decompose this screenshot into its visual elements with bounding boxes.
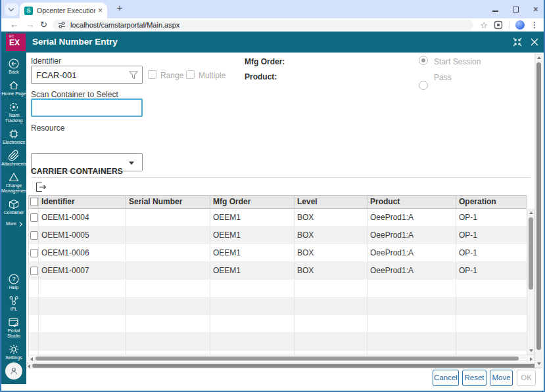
scan-container-input[interactable] <box>31 98 143 117</box>
pass-radio[interactable] <box>419 81 428 90</box>
sidebar-item-home-page[interactable]: Home Page <box>1 77 26 98</box>
sidebar-item-change-management[interactable]: Change Managemen <box>1 169 26 196</box>
move-out-icon[interactable] <box>34 181 48 193</box>
collapse-window-icon[interactable] <box>512 37 523 47</box>
column-header-mfg-order[interactable]: Mfg Order <box>210 196 295 208</box>
row-checkbox[interactable] <box>30 249 38 257</box>
panel-vertical-scrollbar-thumb[interactable] <box>536 62 541 350</box>
scroll-left-icon[interactable] <box>30 357 33 361</box>
scroll-up-icon[interactable] <box>529 211 533 214</box>
ok-button[interactable]: OK <box>517 370 536 386</box>
person-icon <box>9 366 19 376</box>
browser-profile-avatar[interactable] <box>515 20 525 30</box>
reset-button[interactable]: Reset <box>462 370 486 386</box>
window-minimize-button[interactable] <box>492 11 498 11</box>
tab-search-button[interactable] <box>5 3 18 16</box>
multiple-checkbox[interactable] <box>186 70 195 79</box>
start-session-radio[interactable] <box>419 56 428 65</box>
site-settings-icon[interactable] <box>58 21 66 29</box>
change-management-delta-icon <box>8 171 20 183</box>
opcenter-ex-logo: EC EX <box>6 33 26 51</box>
chevron-right-icon <box>18 221 22 226</box>
column-header-identifier[interactable]: Identifier <box>39 196 126 208</box>
browser-menu-icon[interactable]: ⋮ <box>531 20 538 30</box>
panel-horizontal-scrollbar[interactable] <box>26 362 543 369</box>
sidebar-item-help[interactable]: ? Help <box>1 271 26 292</box>
svg-text:?: ? <box>12 276 15 282</box>
user-avatar-button[interactable] <box>5 362 22 380</box>
product-label: Product: <box>245 72 277 81</box>
table-row[interactable]: OEEM1-0004 OEEM1 BOX OeeProd1:A OP-1 <box>29 209 527 227</box>
bookmark-star-icon[interactable]: ☆ <box>480 20 488 30</box>
panel-vertical-scrollbar[interactable] <box>534 54 542 368</box>
column-header-level[interactable]: Level <box>295 196 367 208</box>
range-label: Range <box>160 71 183 80</box>
main-panel: Identifier Range Multiple Mfg Order: Pro… <box>26 53 544 391</box>
browser-toolbar: ← → ↻ localhost/camstarportal/Main.aspx … <box>1 18 544 32</box>
table-vertical-scrollbar-thumb[interactable] <box>529 217 533 290</box>
row-checkbox[interactable] <box>30 213 38 222</box>
tab-close-icon[interactable]: × <box>98 7 103 14</box>
ipl-icon <box>8 295 20 307</box>
move-button[interactable]: Move <box>490 370 513 386</box>
browser-tab[interactable]: S Opcenter Execution × <box>20 3 107 18</box>
window-maximize-button[interactable] <box>513 7 519 12</box>
table-row-empty <box>29 333 527 351</box>
app-header: EC EX Serial Number Entry <box>1 32 544 53</box>
sidebar-item-portal-studio[interactable]: Portal Studio <box>1 314 26 341</box>
sidebar: Back Home Page Team Tracking Electronics… <box>1 53 26 384</box>
table-horizontal-scrollbar-thumb[interactable] <box>36 357 519 360</box>
column-header-serial-number[interactable]: Serial Number <box>126 196 210 208</box>
row-checkbox[interactable] <box>30 267 38 275</box>
table-row[interactable]: OEEM1-0007 OEEM1 BOX OeeProd1:A OP-1 <box>29 262 527 280</box>
sidebar-item-settings[interactable]: Settings <box>1 341 26 362</box>
column-header-operation[interactable]: Operation <box>456 196 527 208</box>
back-icon <box>8 58 20 70</box>
scroll-down-icon[interactable] <box>529 349 533 352</box>
portal-studio-icon <box>8 316 20 328</box>
table-vertical-scrollbar[interactable] <box>527 209 534 355</box>
table-header-row: Identifier Serial Number Mfg Order Level… <box>28 195 527 209</box>
help-icon: ? <box>8 273 20 285</box>
sidebar-item-back[interactable]: Back <box>1 55 26 77</box>
sidebar-item-more[interactable]: More <box>6 217 22 230</box>
sidebar-item-attachments[interactable]: Attachments <box>1 147 26 169</box>
filter-funnel-icon[interactable] <box>128 70 139 80</box>
scan-container-label: Scan Container to Select <box>31 90 118 99</box>
identifier-label: Identifier <box>31 56 61 66</box>
select-all-checkbox[interactable] <box>30 198 38 206</box>
tab-groups-icon[interactable] <box>494 20 503 30</box>
carrier-containers-title: CARRIER CONTAINERS <box>31 167 123 176</box>
address-bar[interactable]: localhost/camstarportal/Main.aspx <box>53 20 473 30</box>
row-checkbox[interactable] <box>30 231 38 240</box>
scroll-right-icon[interactable] <box>530 357 533 361</box>
panel-horizontal-scrollbar-thumb[interactable] <box>32 364 537 368</box>
table-body: OEEM1-0004 OEEM1 BOX OeeProd1:A OP-1 OEE… <box>28 209 527 355</box>
toolbar-divider <box>509 21 509 29</box>
window-close-button[interactable]: × <box>533 5 538 14</box>
sidebar-item-electronics[interactable]: Electronics <box>1 125 26 147</box>
section-divider <box>31 177 531 178</box>
table-row[interactable]: OEEM1-0006 OEEM1 BOX OeeProd1:A OP-1 <box>29 244 527 262</box>
close-icon[interactable] <box>529 37 540 47</box>
scroll-down-icon[interactable] <box>537 362 541 365</box>
team-tracking-icon <box>8 101 20 113</box>
table-horizontal-scrollbar[interactable] <box>28 355 534 361</box>
sidebar-item-container[interactable]: Container <box>1 196 26 217</box>
browser-reload-button[interactable]: ↻ <box>40 18 47 32</box>
browser-forward-button[interactable]: → <box>26 18 34 32</box>
browser-back-button[interactable]: ← <box>10 18 18 32</box>
cancel-button[interactable]: Cancel <box>433 370 459 386</box>
sidebar-item-team-tracking[interactable]: Team Tracking <box>1 98 26 125</box>
range-checkbox[interactable] <box>148 70 156 79</box>
identifier-input[interactable] <box>31 66 143 84</box>
scroll-left-icon[interactable] <box>28 364 30 368</box>
opcenter-app: EC EX Serial Number Entry Back Home Page <box>1 32 544 391</box>
column-header-product[interactable]: Product <box>367 196 456 208</box>
table-row[interactable]: OEEM1-0005 OEEM1 BOX OeeProd1:A OP-1 <box>29 227 527 244</box>
table-row-empty <box>29 297 527 315</box>
table-row-empty <box>29 315 527 333</box>
new-tab-button[interactable]: + <box>113 2 126 13</box>
sidebar-item-ipl[interactable]: IPL <box>1 292 26 314</box>
scroll-up-icon[interactable] <box>537 56 541 59</box>
